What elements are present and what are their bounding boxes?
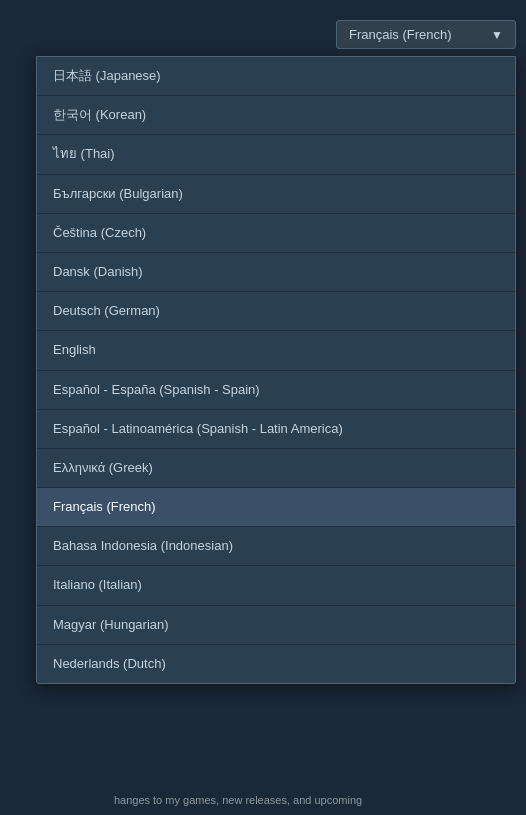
language-option-japanese[interactable]: 日本語 (Japanese) xyxy=(37,57,515,96)
language-dropdown-button[interactable]: Français (French) ▼ xyxy=(336,20,516,49)
language-option-german[interactable]: Deutsch (German) xyxy=(37,292,515,331)
language-option-greek[interactable]: Ελληνικά (Greek) xyxy=(37,449,515,488)
language-option-spanish-latam[interactable]: Español - Latinoamérica (Spanish - Latin… xyxy=(37,410,515,449)
bottom-strip: hanges to my games, new releases, and up… xyxy=(0,785,526,815)
language-option-bulgarian[interactable]: Български (Bulgarian) xyxy=(37,175,515,214)
language-option-danish[interactable]: Dansk (Danish) xyxy=(37,253,515,292)
language-option-czech[interactable]: Čeština (Czech) xyxy=(37,214,515,253)
language-option-indonesian[interactable]: Bahasa Indonesia (Indonesian) xyxy=(37,527,515,566)
language-option-thai[interactable]: ไทย (Thai) xyxy=(37,135,515,174)
language-option-hungarian[interactable]: Magyar (Hungarian) xyxy=(37,606,515,645)
bottom-strip-text: hanges to my games, new releases, and up… xyxy=(10,794,362,806)
chevron-down-icon: ▼ xyxy=(491,28,503,42)
selected-language-label: Français (French) xyxy=(349,27,452,42)
language-option-french[interactable]: Français (French) xyxy=(37,488,515,527)
language-option-spanish-spain[interactable]: Español - España (Spanish - Spain) xyxy=(37,371,515,410)
language-option-korean[interactable]: 한국어 (Korean) xyxy=(37,96,515,135)
language-dropdown-list[interactable]: 日本語 (Japanese)한국어 (Korean)ไทย (Thai)Бълг… xyxy=(36,56,516,684)
language-option-dutch[interactable]: Nederlands (Dutch) xyxy=(37,645,515,683)
language-option-english[interactable]: English xyxy=(37,331,515,370)
language-option-italian[interactable]: Italiano (Italian) xyxy=(37,566,515,605)
language-dropdown-wrapper: Français (French) ▼ 日本語 (Japanese)한국어 (K… xyxy=(336,20,516,49)
